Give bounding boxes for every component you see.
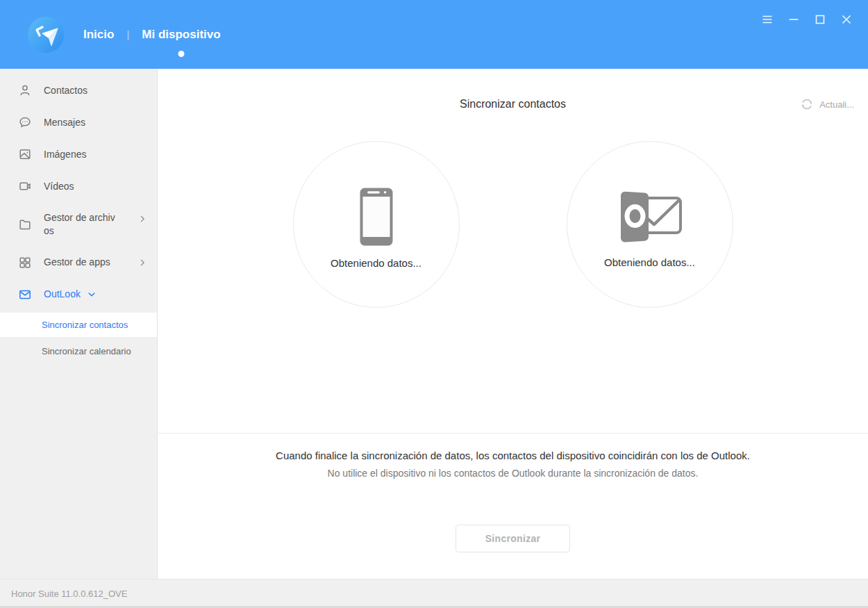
sync-button[interactable]: Sincronizar (456, 525, 571, 552)
tab-inicio-label: Inicio (83, 28, 114, 41)
instruction-line-2: No utilice el dispositivo ni los contact… (158, 468, 868, 479)
page-title: Sincronizar contactos (158, 98, 868, 110)
refresh-label: Actuali... (819, 99, 854, 110)
outlook-sync-status: Obteniendo datos... (604, 256, 695, 268)
app-manager-icon (18, 256, 32, 270)
app-version: Honor Suite 11.0.0.612_OVE (11, 589, 127, 599)
body: Contactos Mensajes (0, 69, 868, 579)
spacer (158, 308, 868, 433)
refresh-icon (799, 97, 815, 112)
chevron-right-icon (137, 214, 147, 224)
sidebar-subitem-label: Sincronizar calendario (42, 346, 131, 356)
close-icon (840, 13, 853, 26)
sidebar-item-gestor-archivos[interactable]: Gestor de archivos (0, 202, 157, 247)
minimize-button[interactable] (785, 10, 803, 28)
sidebar-item-imagenes[interactable]: Imágenes (0, 138, 157, 170)
tab-separator: | (126, 28, 129, 40)
sidebar-item-label: Mensajes (44, 116, 85, 129)
images-icon (18, 147, 32, 161)
file-manager-icon (18, 217, 32, 231)
title-bar: Inicio | Mi dispositivo (0, 0, 868, 69)
instruction-line-1: Cuando finalice la sincronización de dat… (158, 450, 868, 461)
sync-status-area: Obteniendo datos... Obteniendo datos... (158, 141, 868, 308)
sidebar-item-gestor-apps[interactable]: Gestor de apps (0, 247, 157, 279)
outlook-logo-icon (610, 188, 690, 246)
sidebar-item-label: OutLook (44, 288, 81, 301)
contacts-icon (18, 83, 32, 97)
menu-button[interactable] (758, 10, 776, 28)
sync-instructions: Cuando finalice la sincronización de dat… (158, 434, 868, 479)
refresh-button[interactable]: Actuali... (796, 94, 857, 115)
main-header: Sincronizar contactos Actuali... (158, 69, 868, 141)
maximize-button[interactable] (811, 10, 829, 28)
status-bar: Honor Suite 11.0.0.612_OVE (0, 579, 868, 608)
sidebar-item-label: Vídeos (44, 180, 74, 193)
chevron-down-icon (87, 290, 97, 299)
phone-icon (359, 187, 394, 247)
minimize-icon (787, 13, 801, 26)
hamburger-icon (760, 13, 774, 26)
sidebar-item-label: Contactos (44, 84, 87, 97)
outlook-sync-circle: Obteniendo datos... (567, 141, 733, 308)
sidebar: Contactos Mensajes (0, 69, 158, 579)
sidebar-subitem-label: Sincronizar contactos (42, 320, 128, 330)
button-row: Sincronizar (158, 525, 868, 552)
device-sync-status: Obteniendo datos... (331, 257, 422, 269)
tab-inicio[interactable]: Inicio (82, 28, 115, 42)
sidebar-item-label: Imágenes (44, 148, 86, 161)
maximize-icon (813, 13, 827, 26)
main-nav: Inicio | Mi dispositivo (82, 28, 222, 42)
device-sync-circle: Obteniendo datos... (293, 141, 460, 308)
tab-mi-dispositivo-label: Mi dispositivo (142, 28, 220, 41)
sidebar-subitem-sincronizar-calendario[interactable]: Sincronizar calendario (0, 339, 157, 363)
sidebar-item-outlook[interactable]: OutLook (0, 279, 157, 311)
sidebar-item-label: Gestor de apps (44, 256, 110, 269)
active-tab-indicator (178, 51, 184, 57)
sidebar-item-mensajes[interactable]: Mensajes (0, 106, 157, 138)
sidebar-item-label: Gestor de archivos (44, 211, 116, 238)
tab-mi-dispositivo[interactable]: Mi dispositivo (140, 28, 222, 42)
app-window: Inicio | Mi dispositivo (0, 0, 868, 608)
outlook-mail-icon (18, 288, 32, 302)
sidebar-subitem-sincronizar-contactos[interactable]: Sincronizar contactos (0, 313, 157, 337)
videos-icon (18, 179, 32, 193)
window-controls (758, 10, 856, 28)
close-button[interactable] (837, 10, 856, 28)
messages-icon (18, 115, 32, 129)
main-content: Sincronizar contactos Actuali... (158, 69, 868, 579)
sidebar-item-contactos[interactable]: Contactos (0, 74, 157, 106)
sidebar-item-videos[interactable]: Vídeos (0, 170, 157, 202)
chevron-right-icon (137, 258, 147, 268)
app-logo-icon (28, 17, 64, 53)
